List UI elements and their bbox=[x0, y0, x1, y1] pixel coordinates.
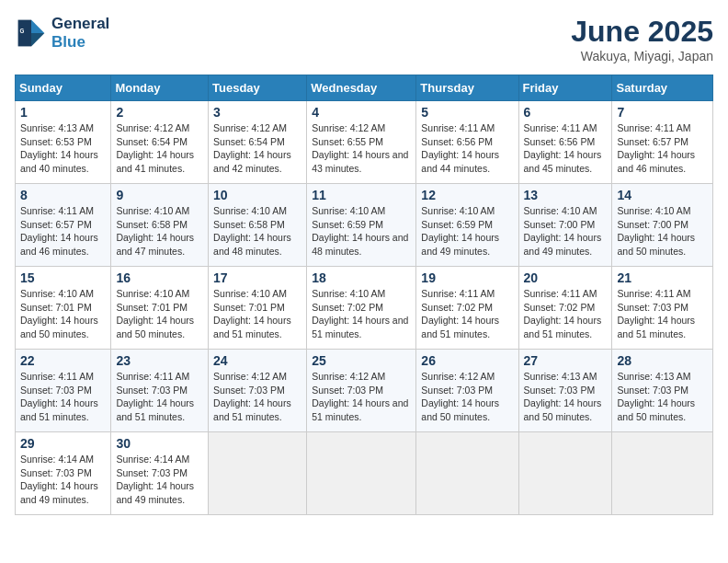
day-number: 24 bbox=[213, 353, 301, 368]
calendar-cell bbox=[416, 432, 518, 515]
day-info: Sunrise: 4:10 AM Sunset: 7:00 PM Dayligh… bbox=[617, 204, 708, 259]
calendar-cell: 28 Sunrise: 4:13 AM Sunset: 7:03 PM Dayl… bbox=[612, 350, 713, 432]
day-number: 28 bbox=[617, 353, 708, 368]
calendar-week-5: 29 Sunrise: 4:14 AM Sunset: 7:03 PM Dayl… bbox=[16, 432, 713, 515]
day-info: Sunrise: 4:11 AM Sunset: 7:02 PM Dayligh… bbox=[421, 287, 513, 341]
svg-marker-1 bbox=[31, 33, 44, 46]
calendar-cell: 10 Sunrise: 4:10 AM Sunset: 6:58 PM Dayl… bbox=[209, 184, 307, 267]
day-number: 2 bbox=[116, 105, 203, 120]
calendar-cell: 13 Sunrise: 4:10 AM Sunset: 7:00 PM Dayl… bbox=[518, 184, 612, 267]
day-number: 8 bbox=[20, 188, 106, 202]
location: Wakuya, Miyagi, Japan bbox=[571, 49, 713, 63]
day-info: Sunrise: 4:10 AM Sunset: 7:02 PM Dayligh… bbox=[312, 287, 411, 341]
logo-icon: G bbox=[15, 17, 48, 50]
calendar-cell: 24 Sunrise: 4:12 AM Sunset: 7:03 PM Dayl… bbox=[209, 350, 307, 432]
calendar-cell bbox=[612, 432, 713, 515]
calendar-table: Sunday Monday Tuesday Wednesday Thursday… bbox=[15, 75, 713, 515]
day-number: 3 bbox=[213, 105, 301, 120]
calendar-cell: 12 Sunrise: 4:10 AM Sunset: 6:59 PM Dayl… bbox=[416, 184, 518, 267]
day-info: Sunrise: 4:12 AM Sunset: 6:54 PM Dayligh… bbox=[116, 121, 203, 176]
day-number: 22 bbox=[20, 353, 106, 368]
day-info: Sunrise: 4:10 AM Sunset: 6:58 PM Dayligh… bbox=[213, 204, 301, 259]
calendar-cell: 7 Sunrise: 4:11 AM Sunset: 6:57 PM Dayli… bbox=[612, 101, 713, 184]
day-info: Sunrise: 4:10 AM Sunset: 7:01 PM Dayligh… bbox=[116, 287, 203, 341]
calendar-cell: 11 Sunrise: 4:10 AM Sunset: 6:59 PM Dayl… bbox=[307, 184, 416, 267]
day-info: Sunrise: 4:12 AM Sunset: 7:03 PM Dayligh… bbox=[421, 370, 513, 424]
day-info: Sunrise: 4:13 AM Sunset: 6:53 PM Dayligh… bbox=[20, 121, 106, 176]
day-info: Sunrise: 4:11 AM Sunset: 7:03 PM Dayligh… bbox=[116, 370, 203, 424]
day-number: 5 bbox=[421, 105, 513, 120]
calendar-cell: 14 Sunrise: 4:10 AM Sunset: 7:00 PM Dayl… bbox=[612, 184, 713, 267]
calendar-body: 1 Sunrise: 4:13 AM Sunset: 6:53 PM Dayli… bbox=[16, 101, 713, 515]
day-number: 1 bbox=[20, 105, 106, 120]
calendar-cell: 17 Sunrise: 4:10 AM Sunset: 7:01 PM Dayl… bbox=[209, 267, 307, 350]
header-sunday: Sunday bbox=[16, 75, 111, 101]
calendar-week-1: 1 Sunrise: 4:13 AM Sunset: 6:53 PM Dayli… bbox=[16, 101, 713, 184]
day-info: Sunrise: 4:10 AM Sunset: 7:00 PM Dayligh… bbox=[524, 204, 608, 259]
svg-text:G: G bbox=[19, 28, 24, 34]
day-info: Sunrise: 4:10 AM Sunset: 6:58 PM Dayligh… bbox=[116, 204, 203, 259]
day-number: 15 bbox=[20, 270, 106, 285]
calendar-cell: 6 Sunrise: 4:11 AM Sunset: 6:56 PM Dayli… bbox=[518, 101, 612, 184]
day-info: Sunrise: 4:13 AM Sunset: 7:03 PM Dayligh… bbox=[524, 370, 608, 424]
calendar-cell: 29 Sunrise: 4:14 AM Sunset: 7:03 PM Dayl… bbox=[16, 432, 111, 515]
day-number: 19 bbox=[421, 270, 513, 285]
calendar-cell: 4 Sunrise: 4:12 AM Sunset: 6:55 PM Dayli… bbox=[307, 101, 416, 184]
day-info: Sunrise: 4:10 AM Sunset: 7:01 PM Dayligh… bbox=[20, 287, 106, 341]
day-info: Sunrise: 4:12 AM Sunset: 7:03 PM Dayligh… bbox=[213, 370, 301, 424]
header-friday: Friday bbox=[518, 75, 612, 101]
day-number: 20 bbox=[524, 270, 608, 285]
calendar-cell: 30 Sunrise: 4:14 AM Sunset: 7:03 PM Dayl… bbox=[111, 432, 209, 515]
calendar-header-row: Sunday Monday Tuesday Wednesday Thursday… bbox=[16, 75, 713, 101]
day-info: Sunrise: 4:12 AM Sunset: 6:55 PM Dayligh… bbox=[312, 121, 411, 176]
day-number: 18 bbox=[312, 270, 411, 285]
day-info: Sunrise: 4:10 AM Sunset: 7:01 PM Dayligh… bbox=[213, 287, 301, 341]
day-number: 9 bbox=[116, 188, 203, 202]
calendar-cell: 20 Sunrise: 4:11 AM Sunset: 7:02 PM Dayl… bbox=[518, 267, 612, 350]
day-info: Sunrise: 4:11 AM Sunset: 7:02 PM Dayligh… bbox=[524, 287, 608, 341]
calendar-cell: 18 Sunrise: 4:10 AM Sunset: 7:02 PM Dayl… bbox=[307, 267, 416, 350]
day-info: Sunrise: 4:11 AM Sunset: 7:03 PM Dayligh… bbox=[617, 287, 708, 341]
day-info: Sunrise: 4:14 AM Sunset: 7:03 PM Dayligh… bbox=[20, 453, 106, 507]
logo-text: General Blue bbox=[51, 15, 109, 52]
day-info: Sunrise: 4:14 AM Sunset: 7:03 PM Dayligh… bbox=[116, 453, 203, 507]
svg-marker-0 bbox=[31, 20, 44, 33]
day-number: 26 bbox=[421, 353, 513, 368]
calendar-cell: 19 Sunrise: 4:11 AM Sunset: 7:02 PM Dayl… bbox=[416, 267, 518, 350]
day-number: 12 bbox=[421, 188, 513, 202]
day-number: 21 bbox=[617, 270, 708, 285]
day-number: 14 bbox=[617, 188, 708, 202]
day-info: Sunrise: 4:11 AM Sunset: 6:57 PM Dayligh… bbox=[20, 204, 106, 259]
calendar-cell: 9 Sunrise: 4:10 AM Sunset: 6:58 PM Dayli… bbox=[111, 184, 209, 267]
calendar-cell: 8 Sunrise: 4:11 AM Sunset: 6:57 PM Dayli… bbox=[16, 184, 111, 267]
day-number: 13 bbox=[524, 188, 608, 202]
calendar-cell: 16 Sunrise: 4:10 AM Sunset: 7:01 PM Dayl… bbox=[111, 267, 209, 350]
header-thursday: Thursday bbox=[416, 75, 518, 101]
calendar-cell: 21 Sunrise: 4:11 AM Sunset: 7:03 PM Dayl… bbox=[612, 267, 713, 350]
logo: G General Blue bbox=[15, 15, 109, 52]
day-number: 23 bbox=[116, 353, 203, 368]
day-info: Sunrise: 4:10 AM Sunset: 6:59 PM Dayligh… bbox=[421, 204, 513, 259]
title-area: June 2025 Wakuya, Miyagi, Japan bbox=[571, 15, 713, 63]
day-number: 6 bbox=[524, 105, 608, 120]
calendar-week-4: 22 Sunrise: 4:11 AM Sunset: 7:03 PM Dayl… bbox=[16, 350, 713, 432]
calendar-cell: 2 Sunrise: 4:12 AM Sunset: 6:54 PM Dayli… bbox=[111, 101, 209, 184]
day-info: Sunrise: 4:11 AM Sunset: 6:56 PM Dayligh… bbox=[524, 121, 608, 176]
day-number: 10 bbox=[213, 188, 301, 202]
day-info: Sunrise: 4:12 AM Sunset: 6:54 PM Dayligh… bbox=[213, 121, 301, 176]
day-number: 27 bbox=[524, 353, 608, 368]
day-info: Sunrise: 4:11 AM Sunset: 7:03 PM Dayligh… bbox=[20, 370, 106, 424]
calendar-cell: 26 Sunrise: 4:12 AM Sunset: 7:03 PM Dayl… bbox=[416, 350, 518, 432]
day-number: 7 bbox=[617, 105, 708, 120]
day-info: Sunrise: 4:13 AM Sunset: 7:03 PM Dayligh… bbox=[617, 370, 708, 424]
calendar-cell bbox=[518, 432, 612, 515]
calendar-cell bbox=[209, 432, 307, 515]
day-number: 16 bbox=[116, 270, 203, 285]
month-title: June 2025 bbox=[571, 15, 713, 49]
day-number: 11 bbox=[312, 188, 411, 202]
header-wednesday: Wednesday bbox=[307, 75, 416, 101]
header-monday: Monday bbox=[111, 75, 209, 101]
header-tuesday: Tuesday bbox=[209, 75, 307, 101]
header: G General Blue June 2025 Wakuya, Miyagi,… bbox=[15, 15, 713, 63]
calendar-cell: 23 Sunrise: 4:11 AM Sunset: 7:03 PM Dayl… bbox=[111, 350, 209, 432]
